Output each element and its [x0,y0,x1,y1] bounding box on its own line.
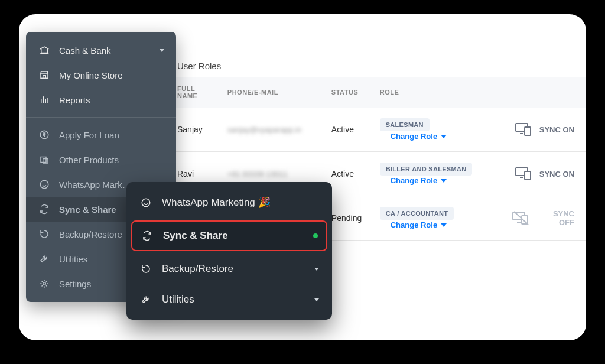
cell-role: CA / ACCOUNTANT Change Role [374,196,505,240]
sync-icon [38,204,51,214]
cell-sync: SYNC OFF [505,196,586,240]
restore-icon [38,229,51,239]
restore-icon [139,264,152,274]
sidebar-item-reports[interactable]: Reports [26,87,176,112]
role-pill: SALESMAN [380,118,430,131]
rupee-icon [38,129,51,140]
sidebar-item-label: WhatsApp Mark… [59,180,131,190]
cell-status: Active [326,152,374,196]
sync-toggle[interactable]: SYNC ON [513,166,574,182]
status-dot-icon [313,233,318,238]
wrench-icon [139,294,152,305]
change-role-link[interactable]: Change Role [391,132,447,141]
col-sync [505,77,586,108]
app-card: User Roles FULL NAME PHONE/E-MAIL STATUS… [19,14,586,340]
cell-status: Pending [326,196,374,240]
submenu-popover: WhatsApp Marketing 🎉 Sync & Share Backup… [126,182,332,320]
submenu-item-label: Utilities [162,294,194,306]
chevron-down-icon [314,268,319,271]
sidebar-item-rupee[interactable]: Apply For Loan [26,122,176,147]
products-icon [38,154,51,165]
submenu-item-restore[interactable]: Backup/Restore [126,254,332,284]
wrench-icon [38,254,51,264]
whatsapp-icon [38,179,51,190]
chevron-down-icon [160,49,164,52]
sync-toggle[interactable]: SYNC ON [513,122,574,138]
sidebar-item-label: Apply For Loan [59,130,119,140]
role-pill: CA / ACCOUNTANT [380,207,454,220]
sidebar-separator [26,117,176,118]
chevron-down-icon [314,298,319,301]
chevron-down-icon [441,179,447,183]
submenu-item-label: WhatsApp Marketing 🎉 [162,196,271,209]
sync-label: SYNC OFF [536,209,574,227]
sidebar-item-label: Sync & Share [59,204,116,214]
submenu-item-sync[interactable]: Sync & Share [131,220,327,251]
gear-icon [38,278,51,289]
submenu-item-label: Backup/Restore [162,263,233,275]
sidebar-item-label: Cash & Bank [59,46,111,56]
sync-icon [141,230,154,241]
sync-toggle[interactable]: SYNC OFF [510,209,574,227]
cell-phone: sanjay@vyaparapp.in [222,108,326,152]
cell-role: BILLER AND SALESMAN Change Role [374,152,505,196]
submenu-item-label: Sync & Share [163,230,228,242]
cell-sync: SYNC ON [505,108,586,152]
sidebar-item-label: Backup/Restore [59,229,122,239]
sidebar-item-label: Utilities [59,254,87,264]
sidebar-item-store[interactable]: My Online Store [26,63,176,87]
chevron-down-icon [441,223,447,227]
sidebar-item-label: My Online Store [59,70,123,80]
col-phone: PHONE/E-MAIL [222,77,326,108]
page-title: User Roles [161,53,586,77]
col-status: STATUS [326,77,374,108]
sidebar-item-products[interactable]: Other Products [26,147,176,172]
sidebar-item-label: Reports [59,95,90,105]
devices-icon [513,122,534,138]
sidebar-item-label: Settings [59,279,91,289]
col-role: ROLE [374,77,505,108]
table-row: Sanjay sanjay@vyaparapp.in Active SALESM… [161,108,586,152]
devices-icon [513,166,534,182]
devices-icon [510,210,531,226]
submenu-item-wrench[interactable]: Utilities [126,284,332,315]
sync-label: SYNC ON [539,125,574,134]
sidebar-item-label: Other Products [59,155,119,165]
role-pill: BILLER AND SALESMAN [380,162,473,176]
cell-status: Active [326,108,374,152]
sync-label: SYNC ON [539,170,574,178]
chevron-down-icon [441,135,447,138]
submenu-item-whatsapp[interactable]: WhatsApp Marketing 🎉 [126,187,332,218]
bank-icon [38,45,51,56]
reports-icon [38,95,51,105]
change-role-link[interactable]: Change Role [391,220,447,229]
sidebar-item-bank[interactable]: Cash & Bank [26,38,176,63]
whatsapp-icon [139,197,152,208]
change-role-link[interactable]: Change Role [391,176,447,185]
cell-sync: SYNC ON [505,152,586,196]
cell-role: SALESMAN Change Role [374,108,505,152]
store-icon [38,70,51,80]
